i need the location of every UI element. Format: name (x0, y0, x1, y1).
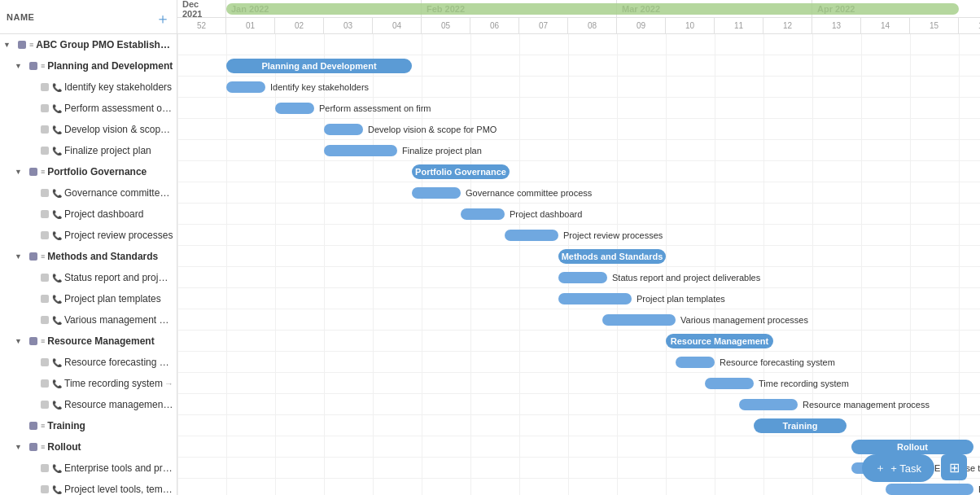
tree-item-ro1[interactable]: 📞Enterprise tools and processes (0, 458, 177, 479)
gantt-task-bar[interactable] (886, 484, 973, 495)
gantt-task-bar[interactable] (558, 272, 607, 283)
gantt-group-bar[interactable]: Rollout (851, 440, 973, 454)
tree-item-rm[interactable]: ▼≡Resource Management (0, 331, 177, 352)
item-label: Project review processes (64, 230, 173, 241)
group-icon (29, 62, 37, 70)
gantt-bar-label: Perform assessment on firm (319, 103, 431, 114)
tree-item-pg2[interactable]: 📞Project dashboard (0, 204, 177, 225)
tree-item-root[interactable]: ▼≡ABC Group PMO Establishment (0, 34, 177, 55)
phone-icon: 📞 (52, 379, 62, 388)
tree-item-rm3[interactable]: 📞Resource management proc... (0, 394, 177, 415)
weeks-row: 5201020304050607080910111213141516 (177, 18, 980, 33)
tree-item-rm2[interactable]: 📞Time recording system→ (0, 373, 177, 394)
week-cell: 11 (715, 18, 763, 33)
item-label: Planning and Development (47, 60, 173, 72)
week-cell: 52 (177, 18, 226, 33)
gantt-task-bar[interactable] (676, 357, 715, 368)
toggle-icon[interactable]: ▼ (15, 337, 26, 345)
gantt-header: Dec 2021Jan 2022Feb 2022Mar 2022Apr 2022… (177, 0, 980, 34)
gantt-bar-label: Project review processes (563, 230, 663, 241)
gantt-row (177, 119, 980, 140)
gantt-row (177, 309, 980, 331)
tree-item-ms[interactable]: ▼≡Methods and Standards (0, 246, 177, 267)
tree-item-pg3[interactable]: 📞Project review processes (0, 225, 177, 246)
toggle-icon[interactable]: ▼ (15, 62, 26, 70)
add-column-button[interactable]: ＋ (155, 8, 170, 28)
phone-icon: 📞 (52, 189, 62, 198)
gantt-task-bar[interactable] (705, 378, 754, 389)
tree-item-ms1[interactable]: 📞Status report and project deli... (0, 267, 177, 288)
month-cell: Dec 2021 (177, 0, 226, 17)
week-cell: 15 (910, 18, 959, 33)
task-icon (41, 189, 49, 197)
plus-icon: ＋ (875, 461, 886, 475)
phone-icon: 📞 (52, 464, 62, 473)
gantt-task-bar[interactable] (324, 145, 397, 156)
group-icon (29, 443, 37, 451)
task-icon (41, 83, 49, 91)
name-header-label: NAME (7, 12, 34, 22)
task-icon (41, 379, 49, 388)
gantt-group-bar[interactable]: Methods and Standards (558, 249, 666, 264)
tree-item-pd3[interactable]: 📞Develop vision & scope for P... (0, 119, 177, 140)
gantt-task-bar[interactable] (505, 230, 558, 241)
item-label: Project plan templates (64, 293, 161, 304)
tree-item-tr[interactable]: ≡Training (0, 415, 177, 436)
task-icon (41, 274, 49, 282)
item-label: Resource forecasting system (64, 357, 173, 368)
item-label: Project dashboard (64, 208, 143, 220)
gantt-row (177, 34, 980, 55)
gantt-task-bar[interactable] (461, 208, 505, 220)
gantt-panel[interactable]: Dec 2021Jan 2022Feb 2022Mar 2022Apr 2022… (177, 0, 980, 495)
gantt-bar-label: Project dashboard (510, 208, 582, 220)
phone-icon: 📞 (52, 125, 62, 134)
group-bar-icon: ≡ (41, 443, 45, 451)
phone-icon: 📞 (52, 401, 62, 410)
tree-item-ms3[interactable]: 📞Various management proces... (0, 309, 177, 331)
tree-item-ms2[interactable]: 📞Project plan templates (0, 288, 177, 309)
gantt-row (177, 352, 980, 373)
gantt-task-bar[interactable] (602, 314, 676, 326)
group-icon (29, 168, 37, 176)
item-label: Resource Management (47, 335, 154, 347)
task-icon (41, 231, 49, 239)
tree-item-pd[interactable]: ▼≡Planning and Development (0, 55, 177, 77)
tree-item-pd4[interactable]: 📞Finalize project plan (0, 140, 177, 161)
tree-item-rm1[interactable]: 📞Resource forecasting system (0, 352, 177, 373)
gantt-bar-label: Governance committee process (466, 187, 592, 199)
gantt-task-bar[interactable] (226, 81, 265, 93)
grid-view-button[interactable]: ⊞ (941, 454, 967, 480)
group-icon (29, 422, 37, 430)
gantt-group-bar[interactable]: Portfolio Governance (412, 164, 510, 179)
tree-item-pg[interactable]: ▼≡Portfolio Governance (0, 161, 177, 182)
tree-item-pg1[interactable]: 📞Governance committee proc... (0, 182, 177, 204)
gantt-bar-label: Develop vision & scope for PMO (368, 124, 497, 135)
tree-item-ro2[interactable]: 📞Project level tools, templates,... (0, 479, 177, 495)
week-cell: 12 (763, 18, 812, 33)
gantt-bar-label: Status report and project deliverables (612, 272, 760, 283)
toggle-icon[interactable]: ▼ (15, 252, 26, 261)
tree-item-pd1[interactable]: 📞Identify key stakeholders (0, 77, 177, 98)
gantt-group-bar[interactable]: Resource Management (666, 334, 773, 348)
phone-icon: 📞 (52, 358, 62, 367)
gantt-task-bar[interactable] (275, 103, 314, 114)
gantt-row (177, 331, 980, 352)
gantt-task-bar[interactable] (558, 293, 632, 304)
gantt-group-bar[interactable]: Training (754, 418, 847, 433)
gantt-group-bar[interactable]: Planning and Development (226, 59, 412, 73)
toggle-icon[interactable]: ▼ (15, 168, 26, 176)
task-icon (41, 316, 49, 324)
toggle-icon[interactable]: ▼ (15, 443, 26, 451)
tree-item-ro[interactable]: ▼≡Rollout (0, 436, 177, 458)
item-label: Methods and Standards (47, 251, 158, 262)
week-cell: 16 (959, 18, 980, 33)
gantt-task-bar[interactable] (412, 187, 461, 199)
tree-item-pd2[interactable]: 📞Perform assessment on firm (0, 98, 177, 119)
toggle-icon[interactable]: ▼ (3, 41, 15, 49)
gantt-task-bar[interactable] (739, 399, 798, 410)
gantt-task-bar[interactable] (324, 124, 363, 135)
add-task-button[interactable]: ＋ + Task (862, 454, 934, 482)
left-panel: NAME ＋ ▼≡ABC Group PMO Establishment▼≡Pl… (0, 0, 177, 495)
week-cell: 06 (470, 18, 519, 33)
gantt-bar-label: Project plan templates (637, 293, 725, 304)
